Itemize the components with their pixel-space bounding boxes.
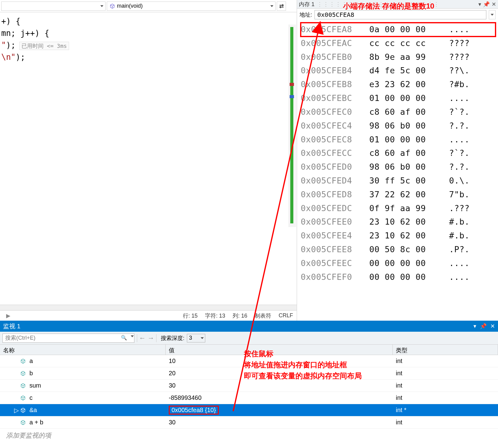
memory-row[interactable]: 0x005CFED4 30 ff 5c 00 0.\. <box>301 174 496 188</box>
memory-title: 内存 1 <box>299 1 315 8</box>
memory-row[interactable]: 0x005CFEB8 e3 23 62 00 ?#b. <box>301 78 496 91</box>
cube-icon <box>20 395 26 401</box>
watch-type: int <box>393 370 498 377</box>
watch-name: &a <box>29 407 37 414</box>
memory-row[interactable]: 0x005CFEE0 23 10 62 00 #.b. <box>301 215 496 229</box>
memory-row[interactable]: 0x005CFEC4 98 06 b0 00 ?.?. <box>301 119 496 133</box>
code-editor[interactable]: +) {mn; j++) {");已用时间 <= 3ms\n"); <box>0 12 297 305</box>
memory-row[interactable]: 0x005CFEB0 8b 9e aa 99 ???? <box>301 50 496 64</box>
function-label: main(void) <box>117 3 143 9</box>
memory-row[interactable]: 0x005CFEEC 00 00 00 00 .... <box>301 257 496 270</box>
memory-row[interactable]: 0x005CFEC0 c8 60 af 00 ?`?. <box>301 105 496 119</box>
address-input[interactable] <box>315 10 486 19</box>
window-menu-icon[interactable]: ▾ <box>478 1 481 8</box>
memory-row[interactable]: 0x005CFEDC 0f 9f aa 99 .??? <box>301 202 496 215</box>
watch-value: 20 <box>166 370 393 377</box>
watch-name: a <box>29 357 33 365</box>
watch-value: -858993460 <box>166 394 393 401</box>
memory-row[interactable]: 0x005CFEA8 0a 00 00 00 .... <box>301 23 496 37</box>
close-icon[interactable]: ✕ <box>490 323 495 330</box>
cube-icon <box>110 3 115 9</box>
watch-type: int <box>393 419 498 426</box>
memory-row[interactable]: 0x005CFEF0 00 00 00 00 .... <box>301 270 496 284</box>
function-dropdown[interactable]: main(void) <box>107 2 276 11</box>
memory-row[interactable]: 0x005CFEB4 d4 fe 5c 00 ??\. <box>301 64 496 78</box>
watch-type: int <box>393 357 498 365</box>
memory-row[interactable]: 0x005CFECC c8 60 af 00 ?`?. <box>301 146 496 160</box>
memory-row[interactable]: 0x005CFED8 37 22 62 00 7"b. <box>301 188 496 202</box>
watch-type: int <box>393 394 498 401</box>
watch-name: sum <box>29 382 41 389</box>
watch-row[interactable]: b20int <box>0 367 498 380</box>
col-header-name[interactable]: 名称 <box>0 345 166 355</box>
close-icon[interactable]: ✕ <box>492 1 496 8</box>
cube-icon <box>20 358 26 364</box>
memory-row[interactable]: 0x005CFEE8 00 50 8c 00 .P?. <box>301 243 496 257</box>
watch-name: b <box>29 370 33 377</box>
col-header-value[interactable]: 值 <box>166 345 393 355</box>
status-tabs: 制表符 <box>255 312 271 319</box>
address-label: 地址: <box>299 11 312 18</box>
watch-row[interactable]: a10int <box>0 355 498 367</box>
status-bar: ▶ 行: 15 字符: 13 列: 16 制表符 CRLF <box>0 310 297 321</box>
watch-type: int * <box>393 407 498 414</box>
depth-dropdown[interactable]: 3 <box>187 334 205 342</box>
window-menu-icon[interactable]: ▾ <box>473 323 476 330</box>
add-watch-placeholder[interactable]: 添加要监视的项 <box>0 429 498 442</box>
grip-dots[interactable]: ⋮⋮⋮⋮⋮⋮⋮⋮⋮⋮⋮⋮⋮⋮⋮⋮⋮⋮⋮⋮ <box>317 1 478 8</box>
memory-row[interactable]: 0x005CFEBC 01 00 00 00 .... <box>301 91 496 105</box>
watch-name: c <box>29 394 33 401</box>
status-char: 字符: 13 <box>205 312 225 319</box>
watch-list[interactable]: a10intb20intsum30intc-858993460int▷&a0x0… <box>0 355 498 448</box>
watch-value: 30 <box>166 382 393 389</box>
swap-button[interactable]: ⇄ <box>277 2 286 11</box>
h-scrollbar[interactable] <box>0 305 297 310</box>
watch-row[interactable]: sum30int <box>0 380 498 392</box>
memory-row[interactable]: 0x005CFEAC cc cc cc cc ???? <box>301 37 496 50</box>
cube-icon <box>20 407 26 413</box>
watch-value: 10 <box>166 357 393 365</box>
memory-row[interactable]: 0x005CFEE4 23 10 62 00 #.b. <box>301 229 496 243</box>
memory-row[interactable]: 0x005CFEC8 01 00 00 00 .... <box>301 133 496 147</box>
scrollbar-gutter[interactable] <box>289 25 296 227</box>
cube-icon <box>20 371 26 376</box>
status-crlf: CRLF <box>279 312 293 319</box>
cube-icon <box>20 383 26 388</box>
watch-row[interactable]: a + b30int <box>0 416 498 429</box>
depth-value: 3 <box>189 335 192 341</box>
watch-row[interactable]: c-858993460int <box>0 392 498 404</box>
watch-title: 监视 1 <box>3 322 21 330</box>
pin-icon[interactable]: 📌 <box>483 1 490 8</box>
memory-view[interactable]: 0x005CFEA8 0a 00 00 00 ....0x005CFEAC cc… <box>297 21 498 321</box>
watch-name: a + b <box>29 419 43 426</box>
watch-type: int <box>393 382 498 389</box>
pin-icon[interactable]: 📌 <box>480 323 487 330</box>
cube-icon <box>20 420 26 425</box>
expander-icon[interactable]: ▷ <box>14 407 18 414</box>
nav-prev-icon[interactable]: ← <box>139 334 146 342</box>
scroll-right-icon[interactable]: ▶ <box>4 312 13 319</box>
depth-label: 搜索深度: <box>161 334 184 342</box>
watch-value: 30 <box>166 419 393 426</box>
memory-row[interactable]: 0x005CFED0 98 06 b0 00 ?.?. <box>301 160 496 174</box>
col-header-type[interactable]: 类型 <box>393 345 498 355</box>
watch-value: 0x005cfea8 {10} <box>169 406 219 415</box>
watch-row[interactable]: ▷&a0x005cfea8 {10}int * <box>0 404 498 416</box>
search-input[interactable] <box>2 334 134 343</box>
nav-next-icon[interactable]: → <box>148 334 154 342</box>
address-dropdown[interactable] <box>489 10 496 19</box>
status-col: 列: 16 <box>233 312 247 319</box>
scope-dropdown[interactable] <box>1 2 106 11</box>
status-line: 行: 15 <box>183 312 198 319</box>
